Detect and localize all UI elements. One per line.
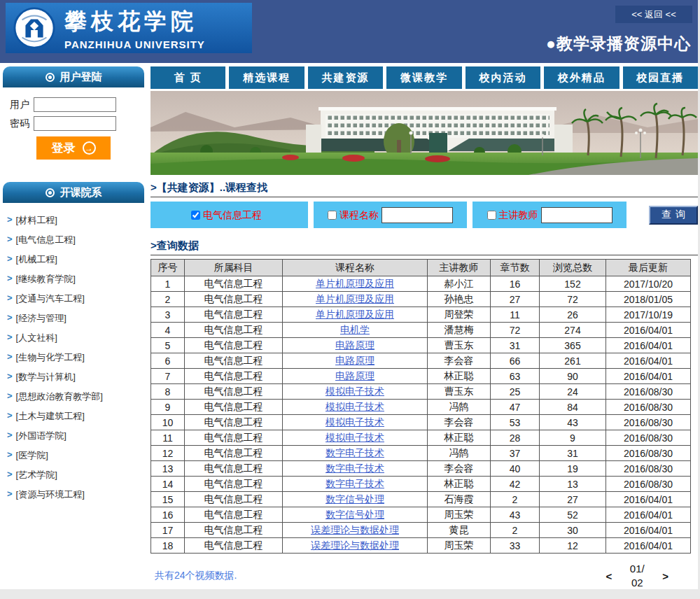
department-item-12[interactable]: >[医学院] xyxy=(7,449,147,469)
cell-seq: 12 xyxy=(151,446,185,461)
cell-seq: 18 xyxy=(151,538,185,554)
tab-1[interactable]: 精选课程 xyxy=(229,66,304,89)
course-link[interactable]: 电机学 xyxy=(340,324,370,335)
results-table-head: 序号所属科目课程名称主讲教师章节数浏览总数最后更新 xyxy=(151,260,691,276)
department-item-11[interactable]: >[外国语学院] xyxy=(7,430,147,449)
cell-updated: 2016/04/01 xyxy=(606,369,691,384)
course-name-filter-checkbox[interactable] xyxy=(328,211,337,220)
cell-chapters: 72 xyxy=(491,323,540,338)
cell-seq: 16 xyxy=(151,507,185,523)
course-link[interactable]: 数字电子技术 xyxy=(326,447,384,458)
cell-teacher: 曹玉东 xyxy=(428,384,491,400)
course-link[interactable]: 模拟电子技术 xyxy=(326,416,384,428)
department-item-2[interactable]: >[机械工程] xyxy=(7,253,147,273)
cell-updated: 2016/04/01 xyxy=(606,523,691,538)
teacher-name-input[interactable] xyxy=(541,207,612,223)
department-item-4[interactable]: >[交通与汽车工程] xyxy=(7,293,147,312)
tab-4[interactable]: 校内活动 xyxy=(465,66,540,89)
username-input[interactable] xyxy=(34,97,116,112)
results-summary: 共有24个视频数据. xyxy=(155,570,237,582)
cell-updated: 2016/08/30 xyxy=(606,461,691,477)
search-section-title: >【共建资源】..课程查找 xyxy=(150,181,698,197)
chevron-right-icon: > xyxy=(7,273,13,293)
cell-course: 单片机原理及应用 xyxy=(283,292,428,307)
table-row: 13电气信息工程数字电子技术李会容40192016/08/30 xyxy=(151,461,691,477)
cell-chapters: 47 xyxy=(491,400,540,415)
cell-updated: 2018/01/05 xyxy=(606,292,691,307)
department-item-1[interactable]: >[电气信息工程] xyxy=(7,234,147,253)
cell-updated: 2017/10/20 xyxy=(606,276,691,292)
course-link[interactable]: 电路原理 xyxy=(335,355,374,366)
cell-views: 84 xyxy=(540,400,606,415)
cell-updated: 2016/08/30 xyxy=(606,430,691,446)
course-link[interactable]: 单片机原理及应用 xyxy=(316,293,394,304)
cell-updated: 2016/04/01 xyxy=(606,338,691,353)
tab-5[interactable]: 校外精品 xyxy=(544,66,619,89)
department-item-10[interactable]: >[土木与建筑工程] xyxy=(7,410,147,430)
cell-course: 电路原理 xyxy=(283,338,428,353)
column-header-3: 主讲教师 xyxy=(428,260,491,276)
cell-updated: 2016/04/01 xyxy=(606,538,691,554)
tab-6[interactable]: 校园直播 xyxy=(623,66,698,89)
course-link[interactable]: 模拟电子技术 xyxy=(326,386,384,397)
course-link[interactable]: 单片机原理及应用 xyxy=(316,278,394,289)
cell-updated: 2016/04/01 xyxy=(606,353,691,369)
department-item-5[interactable]: >[经济与管理] xyxy=(7,312,147,332)
course-link[interactable]: 误差理论与数据处理 xyxy=(311,524,399,535)
cell-seq: 17 xyxy=(151,523,185,538)
tab-0[interactable]: 首 页 xyxy=(150,66,225,89)
course-link[interactable]: 数字信号处理 xyxy=(326,509,384,520)
cell-teacher: 林正聪 xyxy=(428,369,491,384)
department-item-8[interactable]: >[数学与计算机] xyxy=(7,371,147,390)
department-item-13[interactable]: >[艺术学院] xyxy=(7,469,147,488)
department-item-3[interactable]: >[继续教育学院] xyxy=(7,273,147,293)
query-button[interactable]: 查询 xyxy=(649,206,698,225)
tab-2[interactable]: 共建资源 xyxy=(308,66,383,89)
teacher-filter-checkbox[interactable] xyxy=(487,211,496,220)
cell-seq: 7 xyxy=(151,369,185,384)
department-item-label: [资源与环境工程] xyxy=(16,488,85,508)
cell-chapters: 27 xyxy=(491,292,540,307)
cell-updated: 2016/08/30 xyxy=(606,415,691,430)
course-link[interactable]: 数字电子技术 xyxy=(326,478,384,489)
password-input[interactable] xyxy=(34,116,116,131)
course-name-input[interactable] xyxy=(382,207,453,223)
cell-course: 数字电子技术 xyxy=(283,461,428,477)
cell-course: 数字电子技术 xyxy=(283,446,428,461)
prev-page-button[interactable]: < xyxy=(606,570,612,582)
course-link[interactable]: 单片机原理及应用 xyxy=(316,309,394,320)
login-button[interactable]: 登录 → xyxy=(36,136,111,160)
course-link[interactable]: 模拟电子技术 xyxy=(326,401,384,412)
cell-subject: 电气信息工程 xyxy=(185,307,283,323)
cell-course: 电路原理 xyxy=(283,369,428,384)
department-item-6[interactable]: >[人文社科] xyxy=(7,332,147,351)
department-filter-checkbox[interactable] xyxy=(191,211,200,220)
departments-panel-title: 开课院系 xyxy=(60,186,102,199)
back-button[interactable]: << 返回 << xyxy=(615,6,692,23)
cell-course: 模拟电子技术 xyxy=(283,400,428,415)
next-page-button[interactable]: > xyxy=(662,570,668,582)
tab-3[interactable]: 微课教学 xyxy=(386,66,461,89)
cell-subject: 电气信息工程 xyxy=(185,384,283,400)
cell-teacher: 周登荣 xyxy=(428,307,491,323)
chevron-right-icon: > xyxy=(7,214,13,234)
department-item-9[interactable]: >[思想政治教育教学部] xyxy=(7,390,147,410)
department-item-0[interactable]: >[材料工程] xyxy=(7,214,147,234)
table-row: 9电气信息工程模拟电子技术冯鹄47842016/08/30 xyxy=(151,400,691,415)
cell-course: 模拟电子技术 xyxy=(283,384,428,400)
course-link[interactable]: 电路原理 xyxy=(335,339,374,351)
department-item-14[interactable]: >[资源与环境工程] xyxy=(7,488,147,508)
chevron-right-icon: > xyxy=(7,332,13,351)
course-link[interactable]: 模拟电子技术 xyxy=(326,432,384,443)
table-footer: 共有24个视频数据. < 01/ 02 > xyxy=(150,562,698,591)
course-link[interactable]: 数字信号处理 xyxy=(326,493,384,505)
course-link[interactable]: 电路原理 xyxy=(335,370,374,381)
department-item-7[interactable]: >[生物与化学工程] xyxy=(7,351,147,371)
bullet-target-icon xyxy=(46,73,55,82)
column-header-5: 浏览总数 xyxy=(540,260,606,276)
course-link[interactable]: 数字电子技术 xyxy=(326,463,384,474)
cell-chapters: 42 xyxy=(491,477,540,492)
results-section-title: >查询数据 xyxy=(150,239,698,255)
course-link[interactable]: 误差理论与数据处理 xyxy=(311,540,399,551)
campus-banner-image xyxy=(150,91,698,175)
